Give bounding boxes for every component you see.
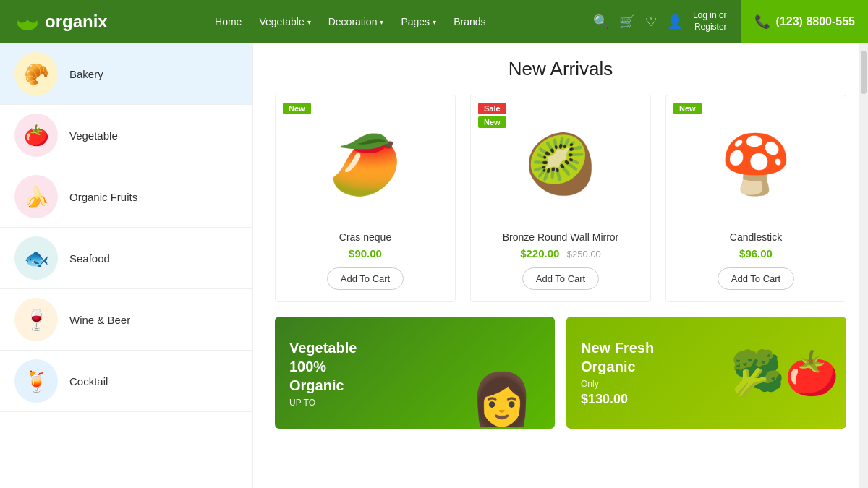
logo[interactable]: organix — [14, 9, 108, 35]
product-price-2: $220.00 $250.00 — [482, 247, 639, 260]
header: organix Home Vegetable ▾ Decoration ▾ Pa… — [0, 0, 868, 43]
banner-fresh-organic-price: $130.00 — [581, 392, 654, 407]
product-name-1: Cras neque — [287, 231, 443, 243]
seafood-icon: 🐟 — [14, 236, 58, 280]
banner-fresh-organic[interactable]: New FreshOrganic Only $130.00 🥦🍅 — [566, 317, 846, 429]
bakery-icon: 🥐 — [14, 52, 58, 95]
cocktail-icon: 🍹 — [14, 359, 58, 403]
product-card-cras-neque: New 🥭 Cras neque $90.00 Add To Cart — [275, 95, 456, 302]
wine-beer-icon: 🍷 — [14, 298, 58, 341]
sidebar-item-wine-beer-label: Wine & Beer — [69, 314, 130, 326]
product-badges-3: New — [673, 103, 702, 114]
sidebar-item-bakery-label: Bakery — [69, 68, 103, 80]
banner-vegetable-title: Vegetable100%Organic — [289, 338, 357, 395]
banner-vegetable-figure: 👩 — [470, 369, 533, 429]
sidebar-item-organic-fruits[interactable]: 🍌 Organic Fruits — [0, 166, 252, 228]
banner-fresh-organic-subtitle: Only — [581, 379, 654, 389]
phone-icon: 📞 — [754, 14, 770, 30]
product-badges-2: Sale New — [478, 103, 506, 128]
nav-brands[interactable]: Brands — [454, 16, 485, 27]
section-title: New Arrivals — [275, 58, 846, 80]
price-current-3: $96.00 — [739, 247, 773, 260]
banner-vegetable-subtitle: UP TO — [289, 398, 357, 408]
product-image-1: 🥭 — [300, 107, 430, 223]
scrollbar[interactable] — [859, 43, 868, 488]
wishlist-icon[interactable]: ♡ — [645, 14, 657, 30]
account-icon[interactable]: 👤 — [667, 14, 683, 30]
sidebar-item-vegetable-label: Vegetable — [69, 129, 118, 142]
sidebar-item-bakery[interactable]: 🥐 Bakery — [0, 43, 252, 105]
sidebar: 🥐 Bakery 🍅 Vegetable 🍌 Organic Fruits 🐟 … — [0, 43, 253, 488]
product-price-3: $96.00 — [678, 247, 834, 260]
product-price-1: $90.00 — [287, 247, 443, 260]
main-nav: Home Vegetable ▾ Decoration ▾ Pages ▾ Br… — [122, 16, 579, 27]
badge-new-3: New — [673, 103, 702, 114]
chevron-down-icon: ▾ — [433, 18, 436, 26]
header-icons: 🔍 🛒 ♡ 👤 Log in or Register — [593, 10, 727, 33]
cart-icon[interactable]: 🛒 — [619, 14, 635, 30]
badge-new-1: New — [283, 103, 311, 114]
sidebar-item-wine-beer[interactable]: 🍷 Wine & Beer — [0, 289, 252, 351]
organic-fruits-icon: 🍌 — [14, 175, 58, 218]
sidebar-item-vegetable[interactable]: 🍅 Vegetable — [0, 105, 252, 166]
product-card-bronze-mirror: Sale New 🥝 Bronze Round Wall Mirror $220… — [470, 95, 651, 302]
main-content: New Arrivals New 🥭 Cras neque $90.00 Add… — [253, 43, 868, 488]
content-area: 🥐 Bakery 🍅 Vegetable 🍌 Organic Fruits 🐟 … — [0, 43, 868, 488]
products-grid: New 🥭 Cras neque $90.00 Add To Cart Sale… — [275, 95, 846, 302]
badge-sale-2: Sale — [478, 103, 506, 114]
product-image-2: 🥝 — [495, 107, 626, 223]
scrollbar-thumb[interactable] — [861, 51, 867, 94]
badge-new-2: New — [478, 116, 506, 128]
banner-vegetable[interactable]: Vegetable100%Organic UP TO 👩 — [275, 317, 555, 429]
nav-vegetable[interactable]: Vegetable ▾ — [259, 16, 310, 27]
logo-text: organix — [45, 12, 108, 32]
banner-fresh-organic-figure: 🥦🍅 — [731, 347, 839, 398]
nav-home[interactable]: Home — [215, 16, 242, 27]
sidebar-item-organic-fruits-label: Organic Fruits — [69, 191, 137, 203]
phone-number: (123) 8800-555 — [776, 15, 855, 28]
product-card-candlestick: New 🍄 Candlestick $96.00 Add To Cart — [665, 95, 846, 302]
nav-pages[interactable]: Pages ▾ — [401, 16, 436, 27]
nav-decoration[interactable]: Decoration ▾ — [328, 16, 384, 27]
add-to-cart-3[interactable]: Add To Cart — [718, 267, 794, 290]
logo-icon — [14, 9, 41, 35]
banners-row: Vegetable100%Organic UP TO 👩 New FreshOr… — [275, 317, 846, 429]
product-badges-1: New — [283, 103, 311, 114]
banner-fresh-organic-text: New FreshOrganic Only $130.00 — [581, 338, 654, 407]
product-name-2: Bronze Round Wall Mirror — [482, 231, 639, 243]
login-register[interactable]: Log in or Register — [693, 10, 727, 33]
sidebar-item-seafood-label: Seafood — [69, 252, 110, 265]
banner-vegetable-text: Vegetable100%Organic UP TO — [289, 338, 357, 408]
add-to-cart-1[interactable]: Add To Cart — [327, 267, 404, 290]
product-name-3: Candlestick — [678, 231, 834, 243]
vegetable-icon: 🍅 — [14, 114, 58, 157]
chevron-down-icon: ▾ — [380, 18, 383, 26]
add-to-cart-2[interactable]: Add To Cart — [522, 267, 599, 290]
product-image-3: 🍄 — [691, 107, 821, 223]
sidebar-item-seafood[interactable]: 🐟 Seafood — [0, 228, 252, 289]
search-icon[interactable]: 🔍 — [593, 14, 609, 30]
chevron-down-icon: ▾ — [307, 18, 311, 26]
sidebar-item-cocktail-label: Cocktail — [69, 375, 108, 388]
sidebar-item-cocktail[interactable]: 🍹 Cocktail — [0, 351, 252, 412]
price-current-2: $220.00 — [520, 247, 559, 260]
phone-box: 📞 (123) 8800-555 — [741, 0, 868, 43]
price-current-1: $90.00 — [349, 247, 382, 260]
price-old-2: $250.00 — [567, 249, 601, 260]
banner-fresh-organic-title: New FreshOrganic — [581, 338, 654, 376]
